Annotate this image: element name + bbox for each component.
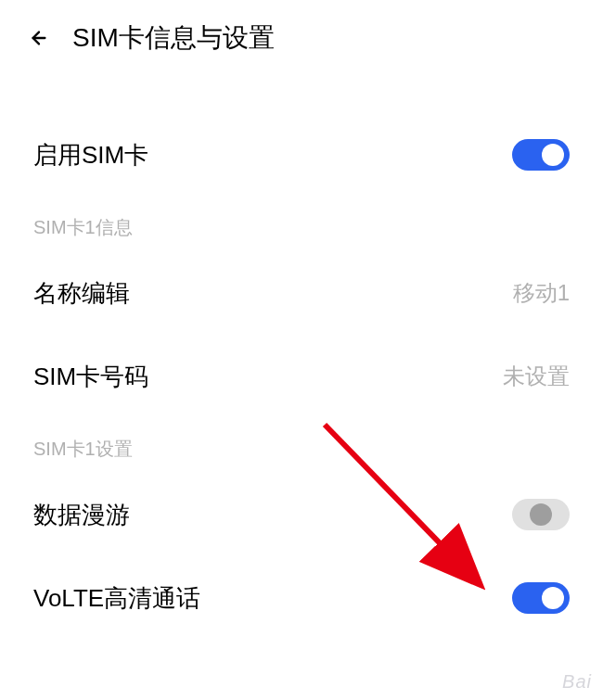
volte-toggle[interactable] (512, 582, 570, 614)
sim-info-section-header: SIM卡1信息 (0, 197, 603, 251)
sim-settings-section-header: SIM卡1设置 (0, 418, 603, 473)
enable-sim-label: 启用SIM卡 (33, 139, 148, 172)
data-roaming-label: 数据漫游 (33, 499, 130, 531)
volte-row[interactable]: VoLTE高清通话 (0, 556, 603, 640)
enable-sim-toggle[interactable] (512, 139, 570, 171)
content: 启用SIM卡 SIM卡1信息 名称编辑 移动1 SIM卡号码 未设置 SIM卡1… (0, 76, 603, 649)
back-icon[interactable] (26, 25, 52, 51)
sim-number-label: SIM卡号码 (33, 361, 148, 393)
data-roaming-row[interactable]: 数据漫游 (0, 473, 603, 556)
sim-number-row[interactable]: SIM卡号码 未设置 (0, 335, 603, 418)
toggle-knob (530, 503, 552, 526)
name-edit-value: 移动1 (513, 278, 570, 308)
enable-sim-row[interactable]: 启用SIM卡 (0, 113, 603, 197)
header: SIM卡信息与设置 (0, 0, 603, 76)
name-edit-row[interactable]: 名称编辑 移动1 (0, 251, 603, 335)
page-title: SIM卡信息与设置 (72, 20, 275, 56)
partial-row (0, 640, 603, 649)
name-edit-label: 名称编辑 (33, 277, 130, 310)
watermark: Bai (562, 671, 592, 693)
volte-label: VoLTE高清通话 (33, 582, 200, 615)
toggle-knob (542, 144, 564, 166)
data-roaming-toggle[interactable] (512, 499, 570, 530)
sim-number-value: 未设置 (503, 362, 570, 391)
toggle-knob (542, 587, 564, 609)
